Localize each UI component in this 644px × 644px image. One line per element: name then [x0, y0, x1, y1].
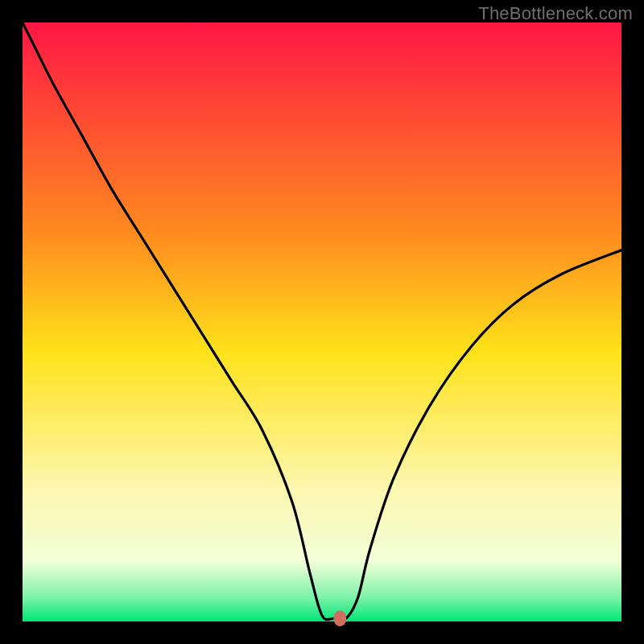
watermark-text: TheBottleneck.com — [478, 3, 633, 24]
bottleneck-chart — [0, 0, 644, 644]
chart-frame: TheBottleneck.com — [0, 0, 644, 644]
optimal-marker — [333, 610, 346, 626]
plot-background — [23, 23, 621, 621]
